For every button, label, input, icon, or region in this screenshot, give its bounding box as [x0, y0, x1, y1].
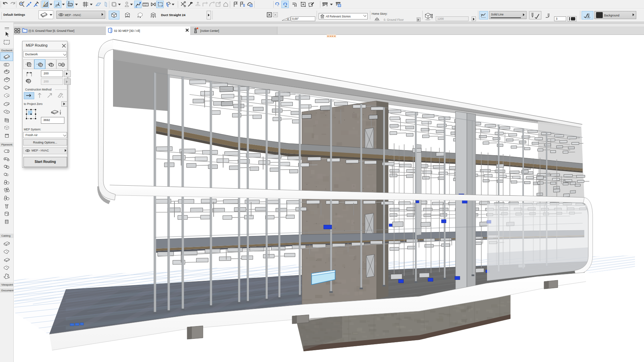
svg-text:xy: xy: [69, 4, 71, 6]
svg-text:12: 12: [144, 4, 147, 6]
svg-text:α: α: [287, 17, 289, 21]
